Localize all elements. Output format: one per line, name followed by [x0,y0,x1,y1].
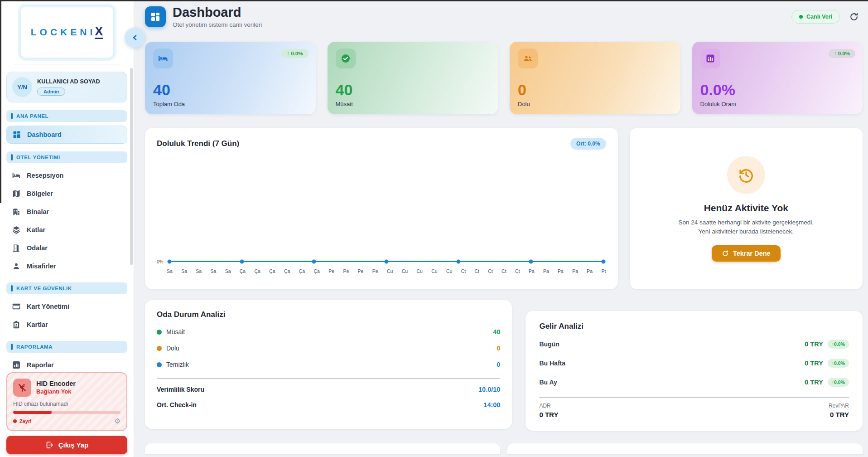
x-axis-label: Cu [402,268,408,274]
trend-badge: ↑ 0.0% [281,49,308,58]
layers-icon [12,225,21,234]
app-root: LOCKENIX Y/N KULLANICI AD SOYAD Admin AN… [0,0,868,457]
page-title: Dashboard [173,5,262,19]
x-axis-label: Ça [299,268,305,274]
live-data-badge: Canlı Veri [791,10,840,24]
next-cards-row [145,443,863,454]
map-icon [12,189,21,198]
section-header-cards: KART VE GÜVENLIK [6,282,127,294]
sidebar-item-bolgeler[interactable]: Bölgeler [6,185,127,202]
device-message: HID cihazı bulunamadı [13,401,121,407]
x-axis-label: Cu [431,268,437,274]
x-axis-label: Sa [225,268,231,274]
stat-value: 0 [518,82,672,97]
section-label: ANA PANEL [16,113,48,119]
x-axis-label: Pa [572,268,578,274]
section-header-reports: RAPORLAMA [6,341,127,353]
room-status-row: Temizlik 0 [157,356,500,373]
adr-value: 0 TRY [539,411,558,418]
metric-value: 10.0/10 [478,386,500,393]
revenue-label: Bu Hafta [539,360,565,367]
room-status-value: 0 [497,361,500,368]
sidebar-item-odalar[interactable]: Odalar [6,239,127,257]
trend-plot: 0% SaSaSaSaSaÇaÇaÇaÇaÇaÇaPePePePeCuCuCuC… [157,153,606,279]
history-clock-icon [727,156,765,194]
green-status-dot [157,330,162,335]
metric-label: Verimlilik Skoru [157,386,204,393]
sidebar-item-raporlar[interactable]: Raporlar [6,356,127,369]
sidebar-item-dashboard[interactable]: Dashboard [6,126,127,144]
sidebar-item-label: Raporlar [27,361,54,369]
sidebar: LOCKENIX Y/N KULLANICI AD SOYAD Admin AN… [0,0,134,457]
page-header: Dashboard Otel yönetim sistemi canlı ver… [145,5,863,28]
refresh-button[interactable] [849,12,859,22]
retry-button[interactable]: Tekrar Dene [712,245,781,262]
signal-strength-label: Zayıf [19,418,31,424]
sidebar-item-label: Bölgeler [27,190,53,197]
guests-icon [518,49,538,68]
bed-icon [12,171,21,180]
bar-chart-icon [700,49,720,68]
activity-title: Henüz Aktivite Yok [704,203,788,214]
x-axis-label: Ct [488,268,493,274]
sidebar-item-kartlar[interactable]: Kartlar [6,316,127,333]
x-axis-label: Pe [372,268,378,274]
revenue-row: Bu Ay 0 TRY ↑0.0% [539,373,849,392]
metric-row: Verimlilik Skoru 10.0/10 [157,382,500,397]
partial-card [507,443,863,454]
bed-icon [153,49,173,68]
id-card-icon [12,320,21,329]
metric-row: Ort. Check-in 14:00 [157,397,500,413]
sidebar-item-resepsiyon[interactable]: Resepsiyon [6,167,127,184]
trend-data-point [384,259,388,263]
logout-button[interactable]: Çıkış Yap [6,436,127,454]
section-label: KART VE GÜVENLIK [16,286,72,291]
stat-card-occupied: 0 Dolu [510,42,680,114]
x-axis-label: Pe [358,268,364,274]
sidebar-divider [14,64,120,64]
trend-data-point [457,259,461,263]
check-circle-icon [336,49,356,68]
sidebar-item-katlar[interactable]: Katlar [6,221,127,238]
revenue-label: Bugün [539,340,559,348]
x-axis-label: Pe [343,268,349,274]
device-title: HID Encoder [36,380,76,387]
x-axis-label: Ça [240,268,246,274]
sidebar-item-kart-yonetimi[interactable]: Kart Yönetimi [6,298,127,315]
stat-label: Dolu [518,101,672,107]
stat-value: 0.0% [700,82,855,97]
trend-data-point [240,259,244,263]
activity-line1: Son 24 saatte herhangi bir aktivite gerç… [678,218,814,228]
revenue-row: Bu Hafta 0 TRY ↑0.0% [539,354,849,373]
device-status: Bağlantı Yok [36,388,76,395]
window-top-edge [0,0,868,1]
sidebar-collapse-button[interactable] [125,28,145,48]
room-analysis-card: Oda Durum Analizi Müsait 40 Dolu 0 Te [145,300,512,429]
chevron-left-icon [130,33,140,42]
usb-disconnected-icon [13,379,31,397]
x-axis-label: Sa [196,268,202,274]
role-badge: Admin [37,88,65,96]
logout-label: Çıkış Yap [58,441,88,449]
dashboard-grid-icon [12,130,21,139]
section-accent-bar [11,113,13,119]
divider [539,397,849,398]
divider [157,378,500,379]
x-axis-label: Ct [461,268,466,274]
adr-label: ADR [539,403,558,409]
user-card: Y/N KULLANICI AD SOYAD Admin [6,72,127,102]
stat-card-total-rooms: ↑ 0.0% 40 Toplam Oda [145,42,316,114]
activity-line2: Yeni aktiviteler burada listelenecek. [678,227,814,237]
page-subtitle: Otel yönetim sistemi canlı verileri [173,21,262,28]
sidebar-item-binalar[interactable]: Binalar [6,203,127,220]
sidebar-item-misafirler[interactable]: Misafirler [6,258,127,275]
section-label: OTEL YÖNETIMI [16,155,60,160]
section-header-main: ANA PANEL [6,110,127,122]
gear-icon[interactable]: ⚙ [114,418,121,425]
trend-line [169,261,603,262]
trend-data-point [312,259,316,263]
revenue-title: Gelir Analizi [539,322,849,331]
logo-text: LOCKENI [31,27,96,38]
sidebar-scrollbar[interactable] [130,68,133,265]
main-content: Dashboard Otel yönetim sistemi canlı ver… [134,0,868,457]
